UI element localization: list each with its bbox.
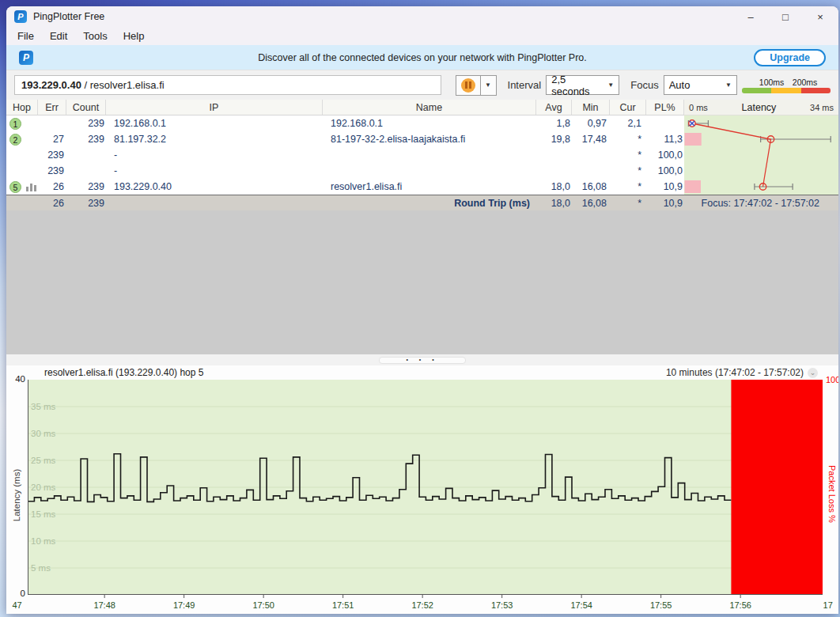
cur-cell: 2,1	[610, 115, 646, 131]
pl-cell: 100,0	[646, 147, 684, 163]
round-trip-row: 26 239 Round Trip (ms) 18,0 16,08 * 10,9…	[6, 195, 838, 210]
col-header-name[interactable]: Name	[323, 100, 536, 115]
pause-icon	[461, 78, 475, 93]
splitter-handle[interactable]: • • •	[379, 357, 466, 364]
ip-cell: 81.197.32.2	[106, 131, 323, 147]
y-axis-label: Latency (ms)	[12, 464, 21, 526]
y-axis-min: 0	[6, 589, 25, 598]
x-tick-label: 17:56	[725, 600, 756, 610]
err-cell	[38, 115, 66, 131]
ip-cell: -	[106, 147, 323, 163]
name-cell: resolver1.elisa.fi	[323, 179, 536, 195]
col-header-cur[interactable]: Cur	[610, 100, 646, 115]
interval-label: Interval	[508, 79, 542, 91]
legend-color-bar	[742, 88, 831, 93]
svg-text:15 ms: 15 ms	[31, 509, 56, 519]
name-cell	[323, 147, 536, 163]
minimize-icon[interactable]: –	[745, 11, 756, 23]
col-header-count[interactable]: Count	[66, 100, 106, 115]
x-tick-label: 17:51	[327, 600, 359, 610]
timeline-panel: resolver1.elisa.fi (193.229.0.40) hop 5 …	[6, 365, 838, 614]
empty-area	[6, 210, 838, 354]
graph-shown-icon	[26, 183, 36, 191]
ip-cell: 192.168.0.1	[106, 115, 323, 131]
svg-text:5 ms: 5 ms	[31, 563, 51, 573]
avg-cell: 1,8	[536, 115, 572, 131]
focus-range-text: Focus: 17:47:02 - 17:57:02	[684, 195, 838, 210]
chevron-down-icon: ⌄	[808, 368, 818, 378]
x-tick-label: 17:52	[407, 600, 438, 610]
cur-cell: *	[610, 163, 646, 179]
err-cell: 239	[38, 163, 66, 179]
col-header-min[interactable]: Min	[572, 100, 610, 115]
col-header-pl[interactable]: PL%	[646, 100, 684, 115]
timeline-title: resolver1.elisa.fi (193.229.0.40) hop 5	[44, 367, 203, 378]
pause-button[interactable]	[456, 75, 481, 96]
count-cell: 239	[66, 179, 106, 195]
title-bar: P PingPlotter Free – □ ×	[6, 6, 838, 27]
err-cell: 27	[38, 131, 66, 147]
latency-scale-max: 34 ms	[810, 103, 834, 112]
banner-message: Discover all of the connected devices on…	[6, 52, 838, 63]
pl-cell: 100,0	[646, 163, 684, 179]
col-header-hop[interactable]: Hop	[6, 100, 38, 115]
x-tick-label: 17:54	[566, 600, 597, 610]
timeline-plot[interactable]: 35 ms30 ms25 ms20 ms15 ms10 ms5 ms	[28, 380, 823, 599]
focus-select[interactable]: Auto ▼	[664, 75, 737, 95]
svg-text:30 ms: 30 ms	[31, 429, 56, 438]
min-cell	[572, 147, 610, 163]
ip-cell: 193.229.0.40	[106, 179, 323, 195]
count-cell: 239	[66, 131, 106, 147]
latency-scale-min: 0 ms	[689, 103, 708, 112]
interval-select[interactable]: 2,5 seconds ▼	[546, 75, 619, 95]
focus-label: Focus	[630, 79, 658, 91]
trace-table: Hop Err Count IP Name Avg Min Cur PL% 1 …	[6, 100, 838, 210]
err-cell: 26	[38, 195, 66, 210]
min-cell: 16,08	[572, 179, 610, 195]
cur-cell: *	[610, 195, 646, 210]
round-trip-label: Round Trip (ms)	[323, 195, 536, 210]
pl-cell: 10,9	[646, 179, 684, 195]
pl-cell	[646, 115, 684, 131]
col-header-err[interactable]: Err	[38, 100, 66, 115]
menu-tools[interactable]: Tools	[75, 28, 115, 44]
upgrade-button[interactable]: Upgrade	[754, 49, 826, 66]
col-header-ip[interactable]: IP	[106, 100, 323, 115]
maximize-icon[interactable]: □	[780, 11, 791, 23]
toolbar: 193.229.0.40 / resolver1.elisa.fi ▼ Inte…	[6, 70, 838, 100]
latency-color-legend: 100ms 200ms	[742, 78, 831, 93]
svg-text:20 ms: 20 ms	[31, 483, 56, 492]
splitter: • • •	[6, 354, 838, 365]
pause-dropdown-button[interactable]: ▼	[481, 75, 497, 96]
menu-help[interactable]: Help	[115, 28, 153, 44]
window-title: PingPlotter Free	[33, 11, 104, 22]
menu-file[interactable]: File	[9, 28, 42, 44]
err-cell: 26	[38, 179, 66, 195]
avg-cell	[536, 147, 572, 163]
target-input[interactable]: 193.229.0.40 / resolver1.elisa.fi	[14, 75, 441, 95]
upgrade-banner: P Discover all of the connected devices …	[6, 45, 838, 70]
min-cell: 0,97	[572, 115, 610, 131]
cur-cell: *	[610, 147, 646, 163]
hop-number-badge: 1	[9, 118, 21, 130]
avg-cell: 18,0	[536, 195, 572, 210]
timeline-range-text: 10 minutes (17:47:02 - 17:57:02)	[666, 367, 804, 378]
latency-mini-graph[interactable]	[684, 115, 838, 195]
timeline-range-select[interactable]: 10 minutes (17:47:02 - 17:57:02) ⌄	[666, 367, 818, 378]
cur-cell: *	[610, 131, 646, 147]
avg-cell	[536, 163, 572, 179]
err-cell: 239	[38, 147, 66, 163]
x-tick-label: 17:49	[168, 600, 200, 610]
count-cell: 239	[66, 195, 106, 210]
close-icon[interactable]: ×	[815, 11, 826, 23]
pl-cell: 11,3	[646, 131, 684, 147]
y-axis-max: 40	[6, 374, 25, 384]
latency-timeline-chart: 40 0 Latency (ms) 35 ms30 ms25 ms20 ms15…	[6, 380, 838, 614]
count-cell: 239	[66, 115, 106, 131]
col-header-avg[interactable]: Avg	[536, 100, 572, 115]
packet-loss-axis-label: Packet Loss %	[827, 465, 837, 523]
pl-cell: 10,9	[646, 195, 684, 210]
menu-edit[interactable]: Edit	[42, 28, 75, 44]
name-cell	[323, 163, 536, 179]
legend-200ms-label: 200ms	[793, 78, 818, 87]
